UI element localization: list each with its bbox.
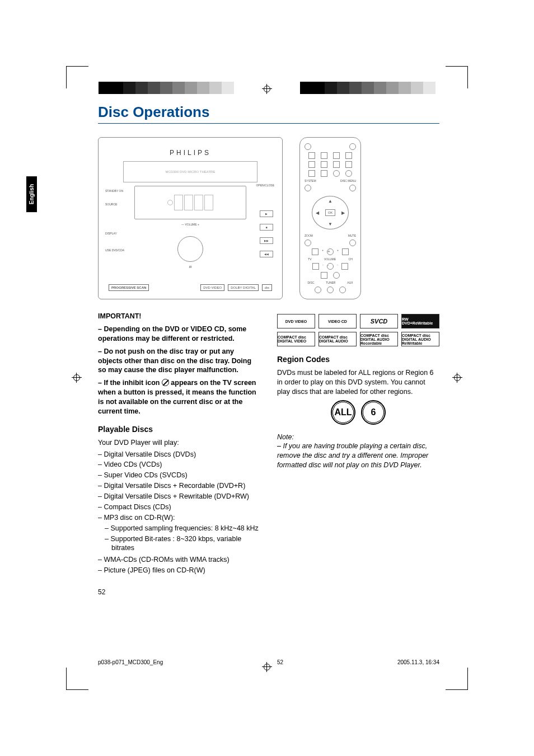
color-bar	[99, 82, 234, 94]
source-label: SOURCE	[105, 203, 117, 206]
list-item: Super Video CDs (SVCDs)	[98, 471, 260, 480]
cd-digital-audio-logo: COMPACT disc DIGITAL AUDIO	[318, 332, 357, 346]
list-item: Picture (JPEG) files on CD-R(W)	[98, 566, 260, 575]
list-item: Supported Bit-rates : 8~320 kbps, variab…	[111, 534, 260, 553]
region-heading: Region Codes	[277, 354, 439, 365]
crop-mark	[446, 668, 468, 690]
aux-label: AUX	[347, 281, 353, 284]
dvd-video-logo: DVD VIDEO	[277, 314, 315, 328]
video-cd-logo: VIDEO CD	[318, 314, 357, 328]
disc-tray: MCD300 DVD MICRO THEATRE	[123, 161, 257, 182]
format-logos: DVD VIDEO VIDEO CD SVCD RW DVD+ReWritabl…	[277, 314, 439, 346]
zoom-label: ZOOM	[305, 234, 313, 237]
ir-label: IR	[107, 265, 273, 269]
stop-button-icon: ■	[260, 224, 273, 231]
play-button-icon: ▶	[260, 210, 273, 217]
color-bar	[300, 82, 435, 94]
rewind-icon	[312, 248, 318, 255]
cd-recordable-logo: COMPACT disc DIGITAL AUDIO Recordable	[360, 332, 398, 346]
crop-mark	[66, 66, 88, 88]
crop-mark	[66, 668, 88, 690]
note-body: – If you are having trouble playing a ce…	[277, 442, 439, 470]
progressive-scan-label: PROGRESSIVE SCAN	[109, 284, 149, 291]
dvd-player-diagram: PHILIPS MCD300 DVD MICRO THEATRE STANDBY…	[98, 137, 283, 299]
region-all-icon: ALL	[331, 400, 355, 425]
dts-logo: dts	[262, 284, 272, 291]
transport-buttons: ▶ ■ ▶▶ ◀◀	[260, 210, 273, 257]
list-item: Digital Versatile Discs (DVDs)	[98, 450, 260, 459]
next-button-icon: ▶▶	[260, 237, 273, 244]
standby-label: STANDBY ON	[105, 189, 123, 192]
dpad: ▲ ▼ ◀ ▶ OK	[312, 196, 349, 229]
discmenu-label: DISC MENU	[340, 179, 356, 182]
power-icon	[305, 143, 311, 150]
playable-list-cont: WMA-CDs (CD-ROMs with WMA tracks) Pictur…	[98, 555, 260, 575]
page-number: 52	[98, 588, 260, 597]
dvd-rw-logo: RW DVD+ReWritable	[401, 314, 439, 328]
cd-rewritable-logo: COMPACT disc DIGITAL AUDIO ReWritable	[401, 332, 439, 346]
system-label: SYSTEM	[305, 179, 316, 182]
region-6-icon: 6	[361, 400, 386, 425]
lcd-display	[134, 186, 246, 219]
disc-label: DISC	[307, 281, 314, 284]
dolby-logo: DOLBY DIGITAL	[228, 284, 259, 291]
important-section: IMPORTANT! – Depending on the DVD or VID…	[98, 312, 260, 416]
print-footer: p038-p071_MCD300_Eng 52 2005.11.3, 16:34	[98, 659, 439, 665]
playable-sublist: Supported sampling frequencies: 8 kHz~48…	[98, 524, 260, 553]
crop-mark	[446, 66, 468, 88]
usb-label: USE DVD/CDA	[105, 248, 124, 252]
playable-list: Digital Versatile Discs (DVDs) Video CDs…	[98, 450, 260, 523]
important-p1: – Depending on the DVD or VIDEO CD, some…	[98, 325, 260, 344]
language-tab: English	[26, 176, 37, 212]
prev-button-icon: ◀◀	[260, 251, 273, 257]
list-item: WMA-CDs (CD-ROMs with WMA tracks)	[98, 555, 260, 565]
registration-mark	[262, 84, 272, 94]
svcd-logo: SVCD	[360, 314, 398, 328]
list-item: Video CDs (VCDs)	[98, 460, 260, 469]
important-heading: IMPORTANT!	[98, 312, 260, 321]
footer-file: p038-p071_MCD300_Eng	[98, 659, 163, 665]
playable-heading: Playable Discs	[98, 424, 260, 435]
tv-label: TV	[308, 257, 311, 261]
stop-icon	[333, 272, 340, 279]
remote-control-diagram: SYSTEMDISC MENU ▲ ▼ ◀ ▶ OK ZOOMMUTE + + …	[299, 137, 361, 299]
list-item: Digital Versatile Discs + Rewritable (DV…	[98, 492, 260, 501]
important-p2: – Do not push on the disc tray or put an…	[98, 347, 260, 375]
inhibit-icon	[162, 379, 169, 386]
volume-label: — VOLUME +	[107, 223, 273, 226]
region-body: DVDs must be labeled for ALL regions or …	[277, 368, 439, 397]
eject-icon	[349, 143, 356, 150]
footer-timestamp: 2005.11.3, 16:34	[397, 659, 439, 665]
note-label: Note:	[277, 433, 439, 442]
list-item: Supported sampling frequencies: 8 kHz~48…	[111, 524, 260, 533]
list-item: MP3 disc on CD-R(W):	[98, 513, 260, 523]
dvd-logo: DVD VIDEO	[200, 284, 224, 291]
footer-page: 52	[277, 659, 283, 665]
vol-label: VOLUME	[324, 257, 336, 261]
page-title: Disc Operations	[98, 104, 439, 124]
registration-mark	[72, 373, 82, 383]
ok-button: OK	[325, 209, 336, 216]
cd-digital-video-logo: COMPACT disc DIGITAL VIDEO	[277, 332, 315, 346]
playable-intro: Your DVD Player will play:	[98, 438, 260, 448]
open-close-label: OPEN/CLOSE	[256, 184, 274, 187]
volume-knob	[177, 236, 203, 262]
important-p3: – If the inhibit icon appears on the TV …	[98, 378, 260, 416]
list-item: Compact Discs (CDs)	[98, 503, 260, 512]
play-pause-icon	[321, 272, 327, 279]
brand-label: PHILIPS	[107, 149, 273, 157]
display-label: DISPLAY	[105, 232, 117, 235]
list-item: Digital Versatile Discs + Recordable (DV…	[98, 481, 260, 491]
mute-label: MUTE	[348, 234, 356, 237]
tuner-label: TUNER	[326, 281, 335, 284]
forward-icon	[342, 248, 349, 255]
ch-label: CH	[349, 257, 353, 261]
region-icons: ALL 6	[277, 400, 439, 425]
registration-mark	[452, 373, 462, 383]
